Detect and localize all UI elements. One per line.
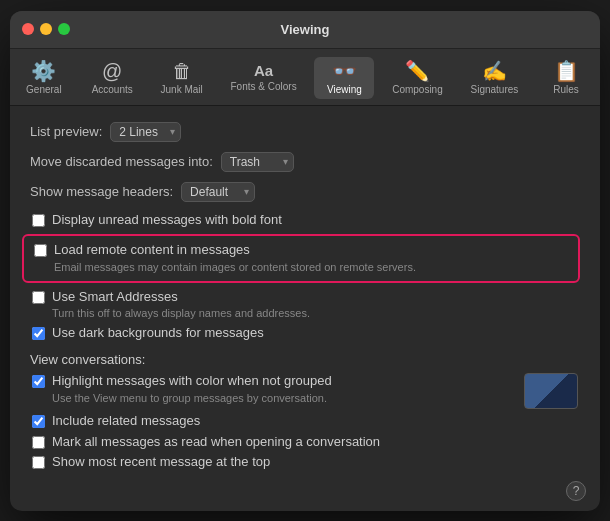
toolbar-item-rules[interactable]: 📋 Rules — [536, 57, 596, 99]
toolbar-label-accounts: Accounts — [92, 84, 133, 95]
smart-addresses-label: Use Smart Addresses — [52, 289, 310, 306]
remote-content-sublabel: Email messages may contain images or con… — [54, 260, 416, 274]
move-discarded-label: Move discarded messages into: — [30, 154, 213, 169]
smart-addresses-checkbox[interactable] — [32, 291, 45, 304]
highlight-color-checkbox[interactable] — [32, 375, 45, 388]
dark-backgrounds-checkbox[interactable] — [32, 327, 45, 340]
include-related-row: Include related messages — [30, 413, 580, 430]
remote-content-row: Load remote content in messages Email me… — [32, 242, 570, 274]
mark-as-read-content: Mark all messages as read when opening a… — [52, 434, 380, 451]
mark-as-read-label: Mark all messages as read when opening a… — [52, 434, 380, 451]
window-title: Viewing — [281, 22, 330, 37]
most-recent-row: Show most recent message at the top — [30, 454, 580, 471]
junk-mail-icon: 🗑 — [172, 61, 192, 81]
main-window: Viewing ⚙️ General @ Accounts 🗑 Junk Mai… — [10, 11, 600, 511]
dark-backgrounds-label: Use dark backgrounds for messages — [52, 325, 264, 342]
toolbar-label-junk-mail: Junk Mail — [161, 84, 203, 95]
rules-icon: 📋 — [554, 61, 579, 81]
move-discarded-row: Move discarded messages into: Trash Arch… — [30, 152, 580, 172]
highlight-color-row: Highlight messages with color when not g… — [30, 373, 580, 409]
conversations-section-title: View conversations: — [30, 352, 580, 367]
close-button[interactable] — [22, 23, 34, 35]
show-headers-select-wrapper: Default All Custom ▾ — [181, 182, 255, 202]
show-headers-label: Show message headers: — [30, 184, 173, 199]
list-preview-select[interactable]: 2 Lines 1 Line None — [110, 122, 181, 142]
fonts-colors-icon: Aa — [254, 63, 273, 78]
toolbar-item-signatures[interactable]: ✍️ Signatures — [461, 57, 529, 99]
toolbar-item-fonts-colors[interactable]: Aa Fonts & Colors — [221, 59, 307, 96]
show-headers-row: Show message headers: Default All Custom… — [30, 182, 580, 202]
include-related-checkbox[interactable] — [32, 415, 45, 428]
smart-addresses-row: Use Smart Addresses Turn this off to alw… — [30, 289, 580, 321]
most-recent-content: Show most recent message at the top — [52, 454, 270, 471]
move-discarded-select[interactable]: Trash Archive — [221, 152, 294, 172]
list-preview-select-wrapper: 2 Lines 1 Line None ▾ — [110, 122, 181, 142]
highlight-color-sublabel: Use the View menu to group messages by c… — [52, 391, 514, 405]
most-recent-label: Show most recent message at the top — [52, 454, 270, 471]
remote-content-content: Load remote content in messages Email me… — [54, 242, 416, 274]
toolbar: ⚙️ General @ Accounts 🗑 Junk Mail Aa Fon… — [10, 49, 600, 106]
content-area: List preview: 2 Lines 1 Line None ▾ Move… — [10, 106, 600, 511]
toolbar-label-general: General — [26, 84, 62, 95]
viewing-icon: 👓 — [332, 61, 357, 81]
most-recent-checkbox[interactable] — [32, 456, 45, 469]
list-preview-row: List preview: 2 Lines 1 Line None ▾ — [30, 122, 580, 142]
help-button[interactable]: ? — [566, 481, 586, 501]
remote-content-checkbox[interactable] — [34, 244, 47, 257]
toolbar-label-signatures: Signatures — [471, 84, 519, 95]
mark-as-read-row: Mark all messages as read when opening a… — [30, 434, 580, 451]
toolbar-item-viewing[interactable]: 👓 Viewing — [314, 57, 374, 99]
minimize-button[interactable] — [40, 23, 52, 35]
color-preview-thumbnail[interactable] — [524, 373, 578, 409]
accounts-icon: @ — [102, 61, 122, 81]
content-wrapper: List preview: 2 Lines 1 Line None ▾ Move… — [10, 106, 600, 511]
mark-as-read-checkbox[interactable] — [32, 436, 45, 449]
dark-backgrounds-row: Use dark backgrounds for messages — [30, 325, 580, 342]
traffic-lights — [22, 23, 70, 35]
include-related-content: Include related messages — [52, 413, 200, 430]
toolbar-item-accounts[interactable]: @ Accounts — [82, 57, 143, 99]
smart-addresses-content: Use Smart Addresses Turn this off to alw… — [52, 289, 310, 321]
highlight-color-content: Highlight messages with color when not g… — [52, 373, 514, 405]
maximize-button[interactable] — [58, 23, 70, 35]
show-headers-select[interactable]: Default All Custom — [181, 182, 255, 202]
toolbar-item-general[interactable]: ⚙️ General — [14, 57, 74, 99]
list-preview-label: List preview: — [30, 124, 102, 139]
bold-font-label: Display unread messages with bold font — [52, 212, 282, 229]
highlight-color-label: Highlight messages with color when not g… — [52, 373, 514, 390]
toolbar-label-fonts-colors: Fonts & Colors — [231, 81, 297, 92]
bold-font-row: Display unread messages with bold font — [30, 212, 580, 229]
signatures-icon: ✍️ — [482, 61, 507, 81]
bold-font-content: Display unread messages with bold font — [52, 212, 282, 229]
toolbar-label-composing: Composing — [392, 84, 443, 95]
title-bar: Viewing — [10, 11, 600, 49]
toolbar-label-viewing: Viewing — [327, 84, 362, 95]
toolbar-label-rules: Rules — [553, 84, 579, 95]
toolbar-item-composing[interactable]: ✏️ Composing — [382, 57, 453, 99]
dark-backgrounds-content: Use dark backgrounds for messages — [52, 325, 264, 342]
smart-addresses-sublabel: Turn this off to always display names an… — [52, 306, 310, 320]
include-related-label: Include related messages — [52, 413, 200, 430]
remote-content-label: Load remote content in messages — [54, 242, 416, 259]
bold-font-checkbox[interactable] — [32, 214, 45, 227]
composing-icon: ✏️ — [405, 61, 430, 81]
remote-content-highlight-box: Load remote content in messages Email me… — [22, 234, 580, 282]
move-discarded-select-wrapper: Trash Archive ▾ — [221, 152, 294, 172]
general-icon: ⚙️ — [31, 61, 56, 81]
toolbar-item-junk-mail[interactable]: 🗑 Junk Mail — [151, 57, 213, 99]
